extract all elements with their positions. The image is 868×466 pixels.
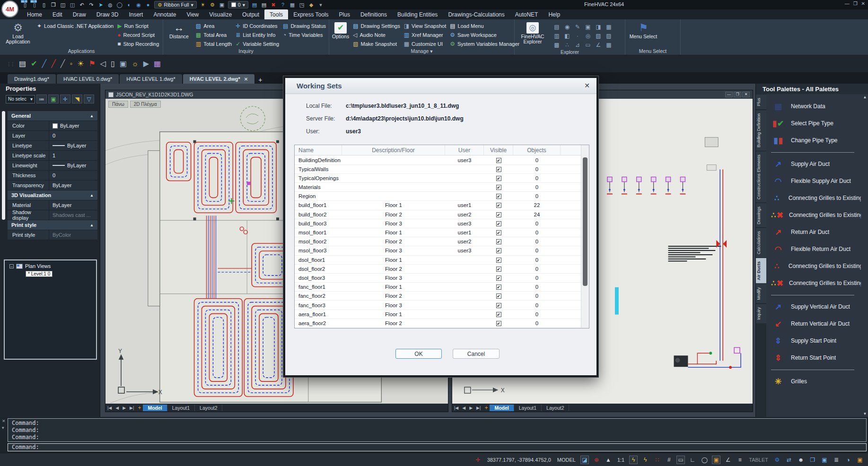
drawing-status-button[interactable]: ▤Drawing Status [283, 22, 326, 30]
menu-tab-help[interactable]: Help [543, 9, 565, 19]
sheet-nav-icon-2[interactable]: ▶ [467, 406, 474, 410]
table-row[interactable]: msol_floor1Floor 1user1✔0 [295, 228, 581, 237]
angle-snap-icon[interactable]: ∠ [724, 456, 732, 464]
table-row[interactable]: aera_floor2Floor 2✔0 [295, 319, 581, 328]
cancel-icon[interactable]: ✖ [269, 1, 278, 9]
sheet-nav-icon-1[interactable]: ◀ [114, 406, 121, 410]
explorer-tool-3-icon[interactable]: ✎ [572, 22, 583, 31]
explorer-tool-15-icon[interactable]: ⊿ [572, 40, 583, 49]
visible-checkbox[interactable]: ✔ [496, 293, 501, 299]
palette-tab-inquiry[interactable]: Inquiry [756, 303, 766, 323]
palette-item-return-air-duct[interactable]: ↗Return Air Duct [771, 224, 861, 241]
system-variables-manager-button[interactable]: ⚙System Variables Manager [450, 40, 519, 48]
sun-icon[interactable]: ☀ [77, 61, 84, 67]
property-row-print-style[interactable]: Print styleByColor [8, 230, 97, 240]
menu-tab-definitions[interactable]: Definitions [355, 9, 392, 19]
minimize-icon[interactable]: — [845, 1, 850, 6]
audio-note-button[interactable]: ◁Audio Note [353, 31, 400, 39]
property-row-transparency[interactable]: TransparencyByLayer [8, 181, 97, 190]
document-tab-hvac-level-1-dwg[interactable]: HVAC LEVEL 1.dwg* [120, 74, 182, 84]
menu-tab-output[interactable]: Output [237, 9, 264, 19]
save-workspace-button[interactable]: ⚙Save Workspace [450, 31, 519, 39]
column-header-visible[interactable]: Visible [484, 145, 513, 155]
palette-item-change-pipe-type[interactable]: ▮▮Change Pipe Type [771, 132, 861, 149]
audio-note-icon[interactable]: ◁ [100, 61, 106, 67]
sun-gear-icon[interactable]: ⚙ [208, 1, 217, 9]
finehvac-explorer-button[interactable]: ◎FineHVAC Explorer [517, 21, 548, 44]
table-row[interactable]: dsol_floor1Floor 1✔0 [295, 256, 581, 265]
make-snapshot-button[interactable]: ▧Make Snapshot [353, 40, 400, 48]
red-line-icon[interactable]: ╱ [51, 61, 56, 67]
table-scrollbar[interactable] [581, 145, 589, 328]
table-row[interactable]: msol_floor2Floor 2user2✔0 [295, 237, 581, 246]
table-row[interactable]: fanc_floor2Floor 2✔0 [295, 292, 581, 301]
explorer-tool-6-icon[interactable]: ▦ [604, 22, 614, 31]
layer-control[interactable]: 0 ▾ [228, 1, 248, 9]
grid-display-icon[interactable]: # [665, 456, 673, 464]
palette-item-network-data[interactable]: ▦Network Data [771, 98, 861, 115]
contrast-toggle-icon[interactable]: ◑ [844, 456, 852, 464]
sheet-nav-icon-1[interactable]: ◀ [460, 406, 467, 410]
property-row-layer[interactable]: Layer0 [8, 131, 97, 141]
menu-tab-tools[interactable]: Tools [264, 9, 288, 19]
table-row[interactable]: TypicalWalls✔0 [295, 165, 581, 174]
bulb-icon[interactable]: ☀ [199, 1, 207, 9]
palette-tab-plus[interactable]: Plus [756, 94, 766, 110]
printer-icon[interactable]: ▤ [260, 1, 268, 9]
viewport-control-[interactable]: Πάνω [108, 101, 128, 108]
palette-item-supply-vertical-air-duct[interactable]: ↗Supply Vertical Air Duct [771, 298, 861, 315]
scroll-down-icon[interactable]: ▼ [863, 412, 867, 416]
column-header-name[interactable]: Name [295, 145, 342, 155]
quick-select-button[interactable]: ◥ [72, 95, 82, 104]
properties-section-general[interactable]: General▲ [8, 111, 97, 121]
options-button[interactable]: ✔Options [332, 21, 349, 39]
distance-button[interactable]: ↔Distance [166, 21, 192, 39]
table-row[interactable]: build_floor3Floor 3user3✔0 [295, 219, 581, 228]
visible-checkbox[interactable]: ✔ [496, 267, 501, 272]
explorer-tool-17-icon[interactable]: ∠ [593, 40, 604, 49]
visible-checkbox[interactable]: ✔ [496, 258, 501, 263]
sheet-tab-layout1[interactable]: Layout1 [514, 405, 542, 411]
explorer-tool-4-icon[interactable]: ▣ [583, 22, 593, 31]
pickadd-toggle-button[interactable]: ▣ [48, 95, 59, 104]
property-row-material[interactable]: MaterialByLayer [8, 200, 97, 210]
palette-tab-drawings[interactable]: Drawings [756, 203, 766, 228]
stop-recording-button[interactable]: ■Stop Recording [117, 40, 159, 48]
menu-tab-draw[interactable]: Draw [68, 9, 91, 19]
insert-block-icon[interactable]: ▦ [154, 61, 161, 67]
properties-section-3d-visualization[interactable]: 3D Visualization▲ [8, 190, 97, 200]
redo-icon[interactable]: ↷ [87, 1, 96, 9]
viewport-control-2d[interactable]: 2D Πλέγμα [130, 101, 161, 108]
scrollbar-thumb[interactable] [583, 157, 587, 286]
bld-ref-icon[interactable]: ▯BLD [30, 1, 39, 9]
visible-checkbox[interactable]: ✔ [496, 303, 501, 308]
sheet-nav-icon-2[interactable]: ▶ [121, 406, 128, 410]
explorer-tool-9-icon[interactable]: · [572, 31, 583, 40]
tree-collapse-icon[interactable]: – [9, 264, 14, 268]
sheet-nav-icon-3[interactable]: ▶| [474, 406, 482, 410]
menu-tab-edit[interactable]: Edit [47, 9, 68, 19]
sheet-nav-icon-0[interactable]: |◀ [105, 406, 114, 410]
customize-ui-button[interactable]: ▦Customize UI [404, 40, 447, 48]
palette-item-grilles[interactable]: ✳Grilles [771, 373, 861, 390]
object-type-dropdown[interactable]: No selec▾ [6, 95, 35, 104]
view-snapshot-button[interactable]: ◨View Snapshot [404, 22, 447, 30]
explorer-tool-1-icon[interactable]: ▤ [552, 22, 562, 31]
palette-item-return-vertical-air-duct[interactable]: ↙Return Vertical Air Duct [771, 315, 861, 332]
table-row[interactable]: BuildingDefinitionuser3✔0 [295, 155, 581, 164]
properties-section-print-style[interactable]: Print style▲ [8, 220, 97, 230]
scroll-up-icon[interactable]: ▲ [863, 95, 867, 99]
new-tab-button[interactable]: + [255, 76, 265, 84]
palette-item-flexible-return-air-duct[interactable]: ◠Flexible Return Air Duct [771, 241, 861, 258]
property-row-linetype-scale[interactable]: Linetype scale1 [8, 151, 97, 161]
property-row-color[interactable]: ColorByLayer [8, 121, 97, 131]
pin-icon[interactable]: ➤ [96, 1, 105, 9]
command-input[interactable]: Command: [8, 443, 867, 451]
table-row[interactable]: fanc_floor3Floor 3✔0 [295, 301, 581, 310]
load-menu-button[interactable]: ▤Load Menu [450, 22, 519, 30]
palette-item-return-start-point[interactable]: ⇕Return Start Point [771, 349, 861, 366]
load-classic-net-application-button[interactable]: ✦Load Classic .NET Application [37, 22, 114, 30]
new-file-icon[interactable]: ▯ [40, 1, 48, 9]
layer-stack-icon[interactable]: ≣ [832, 456, 841, 464]
visible-checkbox[interactable]: ✔ [496, 185, 501, 190]
